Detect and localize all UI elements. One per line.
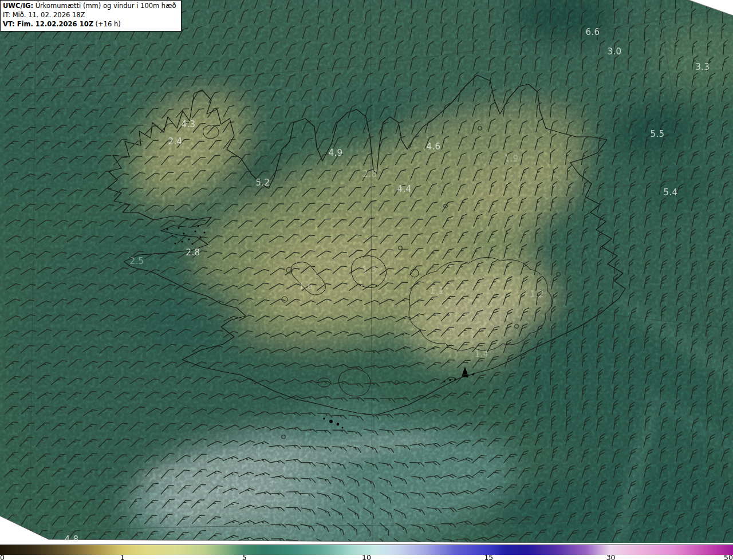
colorbar-tick: 15 bbox=[484, 553, 493, 560]
colorbar-tick: 5 bbox=[242, 553, 247, 560]
title-box: UWC/IG: Úrkomumætti (mm) og vindur i 100… bbox=[0, 0, 182, 31]
colorbar-tick: 1 bbox=[120, 553, 124, 560]
colorbar-tick: 10 bbox=[362, 553, 371, 560]
issue-time: IT: Mið. 11. 02. 2026 18Z bbox=[3, 11, 176, 20]
valid-time: VT: Fim. 12.02.2026 10Z (+16 h) bbox=[3, 20, 176, 29]
weather-map-page: 6.63.03.34.32.44.94.61.95.55.24.45.42.82… bbox=[0, 0, 733, 560]
colorbar-tick-labels: 01510153050 bbox=[0, 553, 733, 560]
colorbar-tick: 30 bbox=[606, 553, 616, 560]
precipitation-wind-map bbox=[0, 0, 733, 543]
colorbar-tick: 0 bbox=[0, 553, 5, 560]
product-title: UWC/IG: Úrkomumætti (mm) og vindur i 100… bbox=[3, 2, 176, 11]
noise-texture bbox=[0, 0, 733, 543]
colorbar-tick: 50 bbox=[724, 553, 733, 560]
